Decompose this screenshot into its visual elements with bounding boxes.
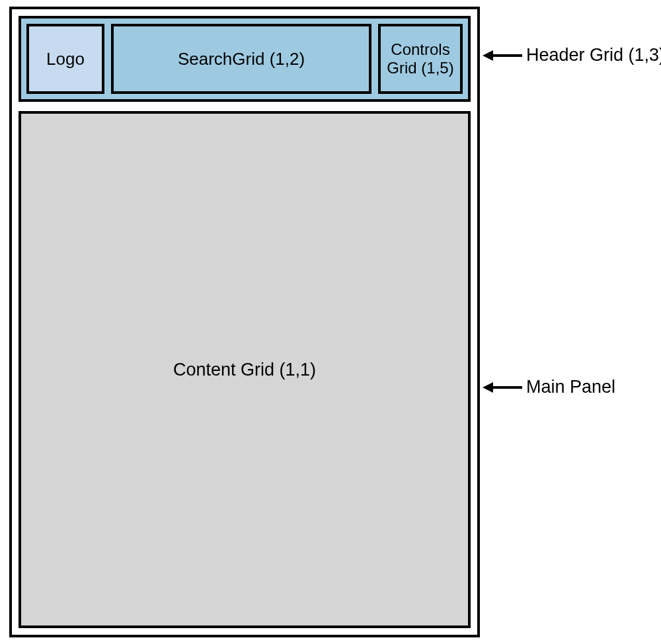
- search-grid-label: SearchGrid (1,2): [178, 49, 305, 69]
- annotation-header-grid: Header Grid (1,3): [483, 45, 661, 65]
- header-grid: Logo SearchGrid (1,2) Controls Grid (1,5…: [19, 16, 471, 102]
- main-panel: Logo SearchGrid (1,2) Controls Grid (1,5…: [9, 7, 480, 637]
- search-grid-box: SearchGrid (1,2): [111, 24, 371, 94]
- arrow-left-icon: [483, 49, 522, 62]
- content-grid-label: Content Grid (1,1): [173, 360, 316, 380]
- logo-label: Logo: [46, 49, 85, 69]
- logo-box: Logo: [26, 24, 104, 94]
- content-grid: Content Grid (1,1): [19, 111, 471, 628]
- controls-grid-box: Controls Grid (1,5): [378, 24, 463, 94]
- annotation-main-panel: Main Panel: [483, 377, 615, 397]
- annotation-main-label: Main Panel: [526, 377, 615, 397]
- annotation-header-label: Header Grid (1,3): [526, 45, 661, 65]
- arrow-left-icon: [483, 381, 522, 394]
- svg-marker-3: [483, 382, 493, 393]
- svg-marker-1: [483, 50, 493, 61]
- controls-grid-label: Controls Grid (1,5): [387, 40, 453, 77]
